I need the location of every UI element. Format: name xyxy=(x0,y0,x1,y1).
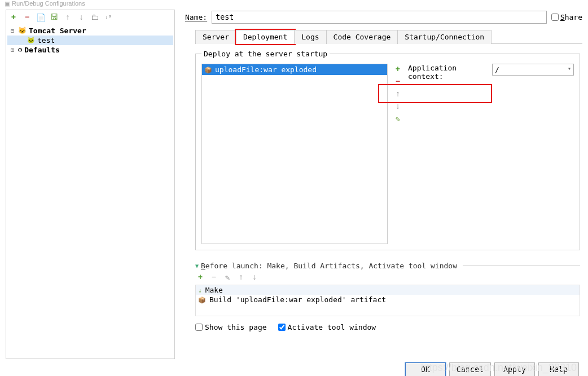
window-title: Run/Debug Configurations xyxy=(12,0,85,7)
tab-startup-connection[interactable]: Startup/Connection xyxy=(397,30,492,44)
tab-deployment[interactable]: Deployment xyxy=(236,30,295,44)
activate-window-checkbox[interactable]: Activate tool window xyxy=(278,323,376,331)
tomcat-leaf-icon xyxy=(27,36,35,45)
add-config-button[interactable]: + xyxy=(8,12,19,23)
bl-add-button[interactable]: + xyxy=(195,272,205,282)
tree-node-defaults[interactable]: ⊞ Defaults xyxy=(7,45,173,55)
sort-button[interactable]: ↓ª xyxy=(103,12,113,23)
tree-label: test xyxy=(37,36,55,45)
activate-window-input[interactable] xyxy=(278,324,286,331)
sidebar-toolbar: + − 📄 🖫 ↑ ↓ 🗀 ↓ª xyxy=(6,10,174,25)
config-sidebar: + − 📄 🖫 ↑ ↓ 🗀 ↓ª ⊟ Tomcat Server test ⊞ xyxy=(6,10,175,359)
cancel-button[interactable]: Cancel xyxy=(449,362,491,376)
bl-remove-button[interactable]: − xyxy=(209,272,219,282)
chevron-down-icon: ▾ xyxy=(568,65,571,74)
context-value: / xyxy=(495,65,499,74)
bl-down-button[interactable]: ↓ xyxy=(249,272,260,282)
before-launch-list[interactable]: Make Build 'uploadFile:war exploded' art… xyxy=(195,285,580,316)
artifact-toolbar: + − ↑ ↓ ✎ xyxy=(392,64,403,244)
remove-artifact-button[interactable]: − xyxy=(393,77,402,86)
artifact-list[interactable]: uploadFile:war exploded xyxy=(201,64,388,244)
activate-window-label: Activate tool window xyxy=(288,323,376,331)
move-down-button[interactable]: ↓ xyxy=(76,12,86,23)
deploy-fieldset: Deploy at the server startup uploadFile:… xyxy=(195,50,580,250)
bl-up-button[interactable]: ↑ xyxy=(236,272,246,282)
tab-logs[interactable]: Logs xyxy=(294,30,326,44)
collapse-triangle-icon[interactable]: ▼ xyxy=(195,263,199,269)
tab-bar: Server Deployment Logs Code Coverage Sta… xyxy=(195,29,582,44)
bl-item-make[interactable]: Make xyxy=(196,285,580,295)
move-up-button[interactable]: ↑ xyxy=(63,12,73,23)
share-label: Share xyxy=(560,13,582,21)
bl-item-label: Build 'uploadFile:war exploded' artifact xyxy=(209,295,386,304)
build-icon xyxy=(198,295,206,304)
ok-button[interactable]: OK xyxy=(405,362,446,376)
window-icon: ▣ xyxy=(5,0,10,7)
name-label: Name: xyxy=(185,13,207,21)
context-label: Application context: xyxy=(408,64,488,81)
artifact-down-button[interactable]: ↓ xyxy=(393,102,402,111)
remove-config-button[interactable]: − xyxy=(22,12,32,23)
help-button[interactable]: Help xyxy=(538,362,579,376)
artifact-icon xyxy=(204,65,212,74)
tree-label: Tomcat Server xyxy=(29,26,86,35)
folder-button[interactable]: 🗀 xyxy=(90,12,100,23)
bl-item-label: Make xyxy=(205,286,223,294)
tomcat-icon xyxy=(18,26,27,35)
copy-config-button[interactable]: 📄 xyxy=(36,12,46,23)
tree-node-test[interactable]: test xyxy=(7,36,173,45)
show-page-input[interactable] xyxy=(195,324,203,331)
tab-server[interactable]: Server xyxy=(195,30,236,44)
name-input[interactable] xyxy=(212,11,547,24)
collapse-icon[interactable]: ⊟ xyxy=(9,28,16,34)
dialog-footer: OK Cancel Apply Help xyxy=(0,359,588,376)
tab-code-coverage[interactable]: Code Coverage xyxy=(326,30,398,44)
edit-artifact-button[interactable]: ✎ xyxy=(393,114,402,123)
before-launch-section: ▼ Before launch: Make, Build Artifacts, … xyxy=(195,262,580,334)
bl-item-build[interactable]: Build 'uploadFile:war exploded' artifact xyxy=(196,295,580,304)
tree-label: Defaults xyxy=(24,46,60,54)
deploy-legend: Deploy at the server startup xyxy=(201,50,330,58)
artifact-up-button[interactable]: ↑ xyxy=(393,90,402,99)
main-pane: Name: Share Server Deployment Logs Code … xyxy=(175,10,582,359)
make-icon xyxy=(198,286,202,294)
context-combo[interactable]: / ▾ xyxy=(492,64,574,76)
artifact-label: uploadFile:war exploded xyxy=(215,65,317,74)
show-page-checkbox[interactable]: Show this page xyxy=(195,323,267,331)
apply-button[interactable]: Apply xyxy=(494,362,535,376)
tree-node-tomcat[interactable]: ⊟ Tomcat Server xyxy=(7,26,173,36)
bl-edit-button[interactable]: ✎ xyxy=(222,272,232,282)
share-checkbox[interactable]: Share xyxy=(551,13,582,21)
share-checkbox-input[interactable] xyxy=(551,14,559,21)
show-page-label: Show this page xyxy=(205,323,267,331)
artifact-item[interactable]: uploadFile:war exploded xyxy=(202,64,387,75)
expand-icon[interactable]: ⊞ xyxy=(9,47,16,54)
save-config-button[interactable]: 🖫 xyxy=(49,12,59,23)
before-launch-header: Before launch: Make, Build Artifacts, Ac… xyxy=(201,262,457,270)
gear-icon xyxy=(18,46,22,54)
config-tree[interactable]: ⊟ Tomcat Server test ⊞ Defaults xyxy=(6,25,174,359)
add-artifact-button[interactable]: + xyxy=(393,65,402,74)
